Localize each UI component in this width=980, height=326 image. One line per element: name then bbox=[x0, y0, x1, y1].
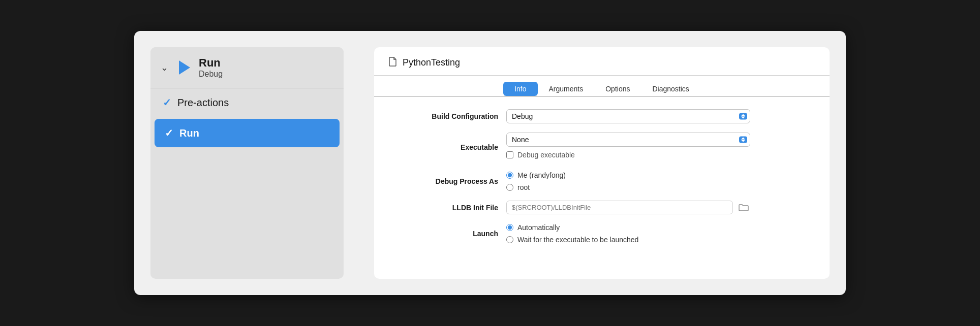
radio-row-wait: Wait for the executable to be launched bbox=[506, 236, 809, 244]
right-header: PythonTesting bbox=[374, 47, 830, 76]
executable-select[interactable]: None bbox=[506, 133, 750, 147]
debug-process-as-row: Debug Process As Me (randyfong) root bbox=[394, 171, 809, 191]
build-configuration-select[interactable]: Debug Release bbox=[506, 109, 750, 123]
checkmark-icon-run: ✓ bbox=[165, 127, 173, 139]
scheme-header: ⌄ Run Debug bbox=[150, 47, 344, 88]
scheme-title: Run bbox=[199, 56, 223, 70]
build-configuration-value: Debug Release bbox=[506, 109, 809, 123]
build-configuration-label: Build Configuration bbox=[394, 112, 506, 120]
executable-value: None Debug executable bbox=[506, 133, 809, 162]
chevron-down-icon[interactable]: ⌄ bbox=[161, 62, 168, 73]
main-window: ⌄ Run Debug ✓ Pre-actions ✓ Run bbox=[134, 31, 846, 295]
radio-auto-label: Automatically bbox=[517, 223, 560, 232]
radio-row-root: root bbox=[506, 183, 809, 191]
right-panel: PythonTesting Info Arguments Options Dia… bbox=[374, 47, 830, 279]
play-triangle-icon bbox=[179, 60, 190, 75]
radio-wait-label: Wait for the executable to be launched bbox=[517, 236, 638, 244]
debug-process-as-value: Me (randyfong) root bbox=[506, 171, 809, 191]
executable-label: Executable bbox=[394, 143, 506, 151]
tab-options[interactable]: Options bbox=[594, 82, 641, 96]
radio-root-label: root bbox=[517, 183, 530, 191]
tab-info[interactable]: Info bbox=[503, 82, 537, 96]
radio-auto[interactable] bbox=[506, 224, 513, 231]
debug-executable-row: Debug executable bbox=[506, 151, 809, 159]
scheme-name: PythonTesting bbox=[403, 57, 460, 68]
play-icon bbox=[174, 58, 193, 77]
phase-label-pre-actions: Pre-actions bbox=[177, 97, 229, 109]
tab-arguments[interactable]: Arguments bbox=[538, 82, 595, 96]
left-panel: ⌄ Run Debug ✓ Pre-actions ✓ Run bbox=[150, 47, 344, 279]
file-icon bbox=[388, 56, 397, 69]
launch-label: Launch bbox=[394, 230, 506, 238]
lldb-init-file-label: LLDB Init File bbox=[394, 204, 506, 212]
debug-executable-checkbox[interactable] bbox=[506, 151, 513, 158]
scheme-title-block: Run Debug bbox=[199, 56, 223, 79]
phase-label-run: Run bbox=[179, 127, 199, 139]
phase-item-run[interactable]: ✓ Run bbox=[155, 119, 340, 147]
radio-row-auto: Automatically bbox=[506, 223, 809, 232]
build-configuration-select-wrapper: Debug Release bbox=[506, 109, 750, 123]
launch-value: Automatically Wait for the executable to… bbox=[506, 223, 809, 244]
radio-row-me: Me (randyfong) bbox=[506, 171, 809, 179]
radio-root[interactable] bbox=[506, 184, 513, 191]
debug-process-as-label: Debug Process As bbox=[394, 177, 506, 185]
checkmark-icon-pre-actions: ✓ bbox=[163, 96, 171, 109]
lldb-init-file-row: LLDB Init File bbox=[394, 201, 809, 214]
build-configuration-row: Build Configuration Debug Release bbox=[394, 109, 809, 123]
phase-item-pre-actions[interactable]: ✓ Pre-actions bbox=[150, 88, 344, 117]
executable-row: Executable None Debug exec bbox=[394, 133, 809, 162]
tab-diagnostics[interactable]: Diagnostics bbox=[641, 82, 700, 96]
lldb-init-file-value bbox=[506, 201, 809, 214]
debug-executable-checkbox-label: Debug executable bbox=[517, 151, 575, 159]
content-area: Build Configuration Debug Release bbox=[374, 97, 830, 279]
tabs-row: Info Arguments Options Diagnostics bbox=[374, 76, 830, 96]
folder-icon[interactable] bbox=[737, 201, 750, 214]
radio-wait[interactable] bbox=[506, 236, 513, 243]
scheme-subtitle: Debug bbox=[199, 70, 223, 79]
lldb-input-wrapper bbox=[506, 201, 750, 214]
lldb-init-file-input[interactable] bbox=[506, 201, 733, 214]
radio-me[interactable] bbox=[506, 172, 513, 179]
executable-select-wrapper: None bbox=[506, 133, 750, 147]
radio-me-label: Me (randyfong) bbox=[517, 171, 566, 179]
launch-row: Launch Automatically Wait for the execut… bbox=[394, 223, 809, 244]
